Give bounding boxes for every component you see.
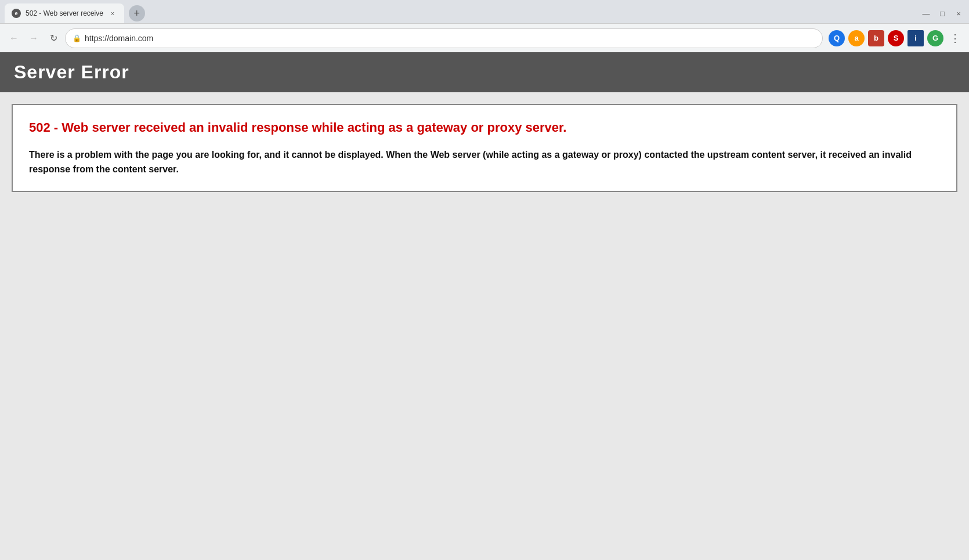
page-header: Server Error (0, 52, 969, 92)
forward-button[interactable]: → (26, 30, 42, 46)
page-header-title: Server Error (14, 62, 955, 83)
error-description: There is a problem with the page you are… (29, 147, 940, 177)
browser-menu-button[interactable]: ⋮ (947, 30, 963, 46)
extension-6[interactable]: G (927, 30, 943, 46)
back-button[interactable]: ← (6, 30, 22, 46)
address-bar-container[interactable]: 🔒 (65, 28, 823, 48)
title-bar: e 502 - Web server receive × + — □ × (0, 0, 969, 23)
close-window-button[interactable]: × (953, 8, 964, 19)
error-title: 502 - Web server received an invalid res… (29, 119, 940, 137)
extension-5[interactable]: i (907, 30, 924, 46)
tab-close-button[interactable]: × (108, 9, 117, 18)
page-body: 502 - Web server received an invalid res… (0, 92, 969, 204)
tab-title: 502 - Web server receive (26, 9, 103, 17)
window-controls: — □ × (920, 8, 964, 19)
tab-favicon: e (12, 9, 21, 18)
address-bar[interactable] (85, 34, 815, 43)
extension-3[interactable]: b (868, 30, 884, 46)
error-box: 502 - Web server received an invalid res… (12, 104, 957, 192)
browser-window: e 502 - Web server receive × + — □ × ← →… (0, 0, 969, 204)
extensions-area: Q a b S i G (829, 30, 943, 46)
new-tab-button[interactable]: + (129, 5, 145, 21)
maximize-button[interactable]: □ (937, 8, 948, 19)
extension-1[interactable]: Q (829, 30, 845, 46)
extension-2[interactable]: a (848, 30, 865, 46)
refresh-button[interactable]: ↻ (45, 30, 62, 46)
lock-icon: 🔒 (73, 34, 81, 42)
minimize-button[interactable]: — (920, 8, 932, 19)
browser-toolbar: ← → ↻ 🔒 Q a b S i G ⋮ (0, 23, 969, 52)
browser-tab[interactable]: e 502 - Web server receive × (5, 3, 124, 23)
title-bar-left: e 502 - Web server receive × + (5, 3, 145, 23)
extension-4[interactable]: S (888, 30, 904, 46)
